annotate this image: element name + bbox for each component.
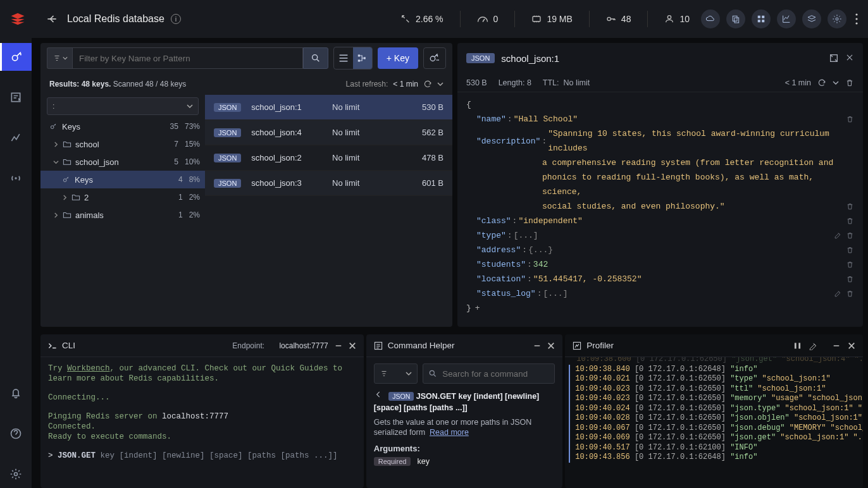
helper-search-input[interactable] (442, 369, 549, 379)
tree-item[interactable]: school_json510% (40, 153, 205, 171)
bulk-actions-button[interactable] (423, 47, 446, 69)
nav-help[interactable] (0, 420, 32, 448)
delete-field-icon[interactable] (846, 231, 854, 240)
profiler-line: 10:09:40.517 [0 172.17.0.1:62100] "INFO" (569, 443, 855, 453)
close-icon[interactable] (845, 53, 854, 63)
cloud-icon[interactable] (701, 9, 720, 28)
bottom-panels: CLI Endpoint: localhost:7777 Try Workben… (32, 332, 868, 488)
svg-point-29 (430, 370, 435, 375)
results-count: Results: 48 keys. (49, 80, 111, 88)
key-row[interactable]: JSONschool_json:2No limit478 B (205, 145, 452, 171)
svg-point-9 (836, 18, 838, 20)
add-key-button[interactable]: + Key (378, 47, 418, 69)
filter-input[interactable] (72, 47, 303, 69)
delete-field-icon[interactable] (846, 202, 854, 210)
chart-icon[interactable] (777, 9, 796, 28)
endpoint-label: Endpoint: (232, 341, 264, 350)
grid-icon[interactable] (752, 9, 771, 28)
key-browser-panel: + Key Results: 48 keys. Scanned 48 / 48 … (40, 43, 452, 327)
cli-endpoint: localhost:7777 (162, 412, 228, 421)
nav-workbench[interactable] (0, 83, 32, 111)
delete-field-icon[interactable] (846, 290, 854, 298)
more-icon[interactable] (853, 13, 859, 25)
tree-item[interactable]: animals12% (40, 206, 205, 224)
stat-clients: 10 (664, 14, 690, 24)
back-button[interactable] (46, 13, 61, 25)
required-badge: Required (374, 457, 411, 466)
minimize-icon[interactable] (833, 342, 840, 350)
svg-point-22 (430, 56, 435, 61)
refresh-icon[interactable] (817, 78, 826, 87)
endpoint-value: localhost:7777 (279, 341, 328, 350)
pause-icon[interactable] (794, 342, 801, 350)
svg-rect-20 (358, 59, 360, 61)
svg-rect-21 (363, 57, 365, 59)
svg-rect-4 (735, 18, 739, 23)
close-icon[interactable] (848, 342, 855, 350)
refresh-chevron-icon[interactable] (437, 81, 443, 87)
delimiter-select[interactable]: : (47, 97, 199, 115)
edit-field-icon[interactable] (834, 290, 842, 298)
key-ttl: TTL: No limit (543, 78, 590, 87)
key-row[interactable]: JSONschool_json:1No limit530 B (205, 95, 452, 120)
delete-key-icon[interactable] (845, 78, 854, 87)
filter-type-select[interactable] (47, 47, 72, 69)
key-row[interactable]: JSONschool_json:4No limit562 B (205, 120, 452, 145)
refresh-icon[interactable] (423, 80, 432, 88)
key-tree: : Keys3573%school715%school_json510%Keys… (40, 95, 205, 327)
nav-settings[interactable] (0, 460, 32, 488)
info-icon[interactable]: i (171, 14, 181, 24)
close-icon[interactable] (547, 342, 555, 350)
json-address[interactable]: {...} (528, 243, 553, 257)
json-type[interactable]: [...] (514, 228, 538, 243)
back-icon[interactable] (374, 390, 383, 399)
left-nav-rail (0, 38, 32, 488)
minimize-icon[interactable] (533, 342, 541, 350)
svg-point-15 (15, 177, 16, 179)
tree-item[interactable]: Keys48% (40, 171, 205, 188)
main-area: + Key Results: 48 keys. Scanned 48 / 48 … (32, 38, 868, 332)
tree-item[interactable]: 212% (40, 188, 205, 206)
delete-field-icon[interactable] (846, 275, 854, 283)
delete-field-icon[interactable] (846, 115, 854, 123)
tree-item[interactable]: school715% (40, 135, 205, 153)
gear-icon[interactable] (828, 9, 846, 28)
nav-notifications[interactable] (0, 379, 32, 407)
view-tree[interactable] (353, 47, 372, 69)
layers-icon[interactable] (802, 9, 821, 28)
cli-command[interactable]: JSON.GET (58, 451, 101, 460)
minimize-icon[interactable] (335, 342, 342, 350)
read-more-link[interactable]: Read more (430, 428, 469, 437)
helper-filter[interactable] (374, 363, 418, 384)
svg-point-18 (312, 55, 317, 60)
svg-point-13 (12, 56, 17, 61)
close-icon[interactable] (349, 342, 356, 350)
tree-item[interactable]: Keys3573% (40, 118, 205, 135)
nav-analytics[interactable] (0, 124, 32, 152)
arguments-heading: Arguments: (374, 444, 555, 453)
key-type-tag: JSON (466, 53, 495, 63)
nav-browser[interactable] (0, 43, 32, 71)
fullscreen-icon[interactable] (829, 53, 839, 63)
clear-icon[interactable] (809, 341, 817, 350)
edit-field-icon[interactable] (834, 231, 842, 240)
json-students: 342 (533, 257, 548, 272)
copy-icon[interactable] (726, 9, 745, 28)
profiler-title: Profiler (586, 341, 614, 350)
chevron-down-icon[interactable] (833, 80, 839, 86)
json-status-log[interactable]: [...] (543, 286, 567, 301)
delete-field-icon[interactable] (846, 217, 854, 225)
svg-point-1 (607, 17, 611, 20)
nav-pubsub[interactable] (0, 164, 32, 192)
profiler-icon (573, 341, 581, 350)
stat-ops: 0 (477, 14, 499, 24)
add-field-icon[interactable]: + (475, 301, 480, 315)
key-row[interactable]: JSONschool_json:3No limit601 B (205, 171, 452, 196)
workbench-link[interactable]: Workbench (67, 364, 110, 373)
command-helper-panel: Command Helper JSON JSON.GET key [indent… (366, 334, 562, 488)
search-button[interactable] (303, 47, 328, 69)
svg-point-26 (63, 179, 66, 182)
view-list[interactable] (334, 47, 353, 69)
delete-field-icon[interactable] (846, 260, 854, 269)
delete-field-icon[interactable] (846, 246, 854, 254)
